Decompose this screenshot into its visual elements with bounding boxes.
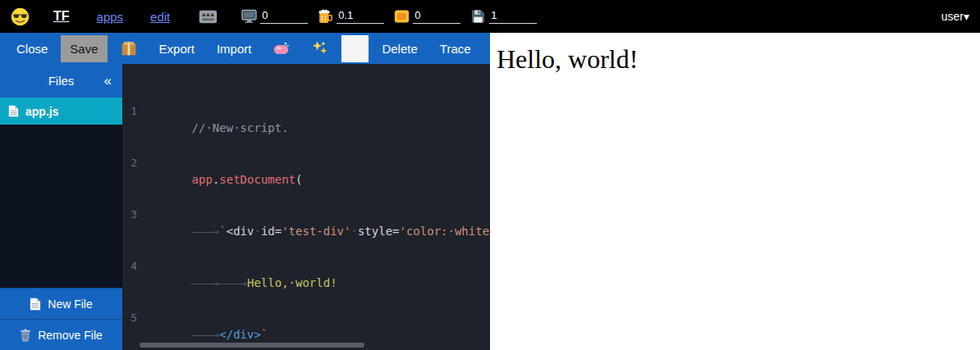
storage-value-input[interactable]: [489, 9, 537, 24]
package-button[interactable]: [112, 35, 146, 62]
whitespace-tab: ———→: [219, 276, 247, 289]
new-file-label: New File: [48, 298, 92, 311]
horizontal-scrollbar[interactable]: [140, 343, 364, 348]
code-text: ———→———→Hello,·world!: [147, 257, 337, 275]
code-editor[interactable]: 1 //·New·script. 2 app.setDocument( 3 ——…: [122, 64, 490, 350]
coin-value-input[interactable]: [413, 9, 460, 24]
new-file-button[interactable]: New File: [0, 288, 122, 319]
storage-meter: [470, 9, 537, 24]
beer-value-input[interactable]: [337, 9, 384, 24]
whitespace-tab: ———→: [192, 225, 220, 238]
nav-link-apps[interactable]: apps: [97, 10, 124, 24]
code-token: 'color:·white;·f: [400, 225, 491, 238]
floppy-icon: [470, 9, 486, 24]
close-button[interactable]: Close: [7, 35, 57, 62]
package-icon: [121, 40, 137, 57]
code-line-5[interactable]: 5 ———→</div>`: [122, 309, 490, 326]
collapse-panel-button[interactable]: «: [104, 73, 112, 89]
beer-meter: [318, 9, 384, 24]
code-token: `: [261, 328, 268, 341]
sparkles-icon: [312, 40, 328, 57]
remove-file-label: Remove File: [38, 329, 103, 342]
blank-button[interactable]: [341, 35, 369, 62]
remove-file-button[interactable]: Remove File: [0, 319, 122, 350]
code-line-2[interactable]: 2 app.setDocument(: [122, 154, 490, 171]
brand-link[interactable]: TF: [53, 9, 70, 24]
code-token: 'test-div': [282, 225, 350, 238]
code-text: //·New·script.: [147, 102, 289, 120]
code-token: </div>: [219, 328, 261, 341]
export-button[interactable]: Export: [150, 35, 204, 62]
sparkles-button[interactable]: [303, 35, 337, 62]
code-token: setDocument: [219, 173, 295, 186]
code-line-4[interactable]: 4 ———→———→Hello,·world!: [122, 257, 490, 275]
line-number: 3: [122, 206, 147, 223]
code-text: app.setDocument(: [147, 154, 302, 171]
app-preview: Hello, world!: [490, 33, 980, 350]
file-actions: New File Remove File: [0, 288, 122, 350]
whitespace-dot: ·: [254, 225, 260, 238]
new-file-icon: [30, 298, 41, 311]
coin-icon: [394, 9, 410, 24]
code-text: ———→</div>`: [147, 309, 268, 326]
code-token: app: [192, 173, 213, 186]
code-token: (: [295, 173, 302, 186]
editor-toolbar: Close Save Export Import Delete Trace: [0, 33, 490, 64]
topbar: TF apps edit: [0, 0, 980, 33]
coin-meter: [394, 9, 460, 24]
monitor-value-input[interactable]: [260, 9, 308, 24]
console-icon[interactable]: [199, 9, 218, 25]
code-line-1[interactable]: 1 //·New·script.: [122, 102, 490, 120]
soap-button[interactable]: [264, 35, 299, 62]
files-header: Files «: [0, 64, 122, 98]
code-token: Hello,·world!: [247, 276, 337, 289]
file-name: app.js: [25, 105, 58, 118]
code-text: ———→`<div·id='test-div'·style='color:·wh…: [147, 206, 490, 223]
user-menu[interactable]: user▾: [941, 10, 969, 23]
files-panel: Files « app.js New Fi: [0, 64, 122, 350]
line-number: 4: [122, 257, 147, 275]
beer-icon: [318, 9, 333, 24]
monitor-icon: [241, 9, 257, 24]
line-number: 5: [122, 309, 147, 326]
sunglasses-face-icon[interactable]: [11, 7, 30, 26]
code-token: //·New·script.: [192, 121, 289, 134]
trace-button[interactable]: Trace: [431, 35, 480, 62]
soap-icon: [273, 40, 290, 57]
code-token: `: [219, 225, 226, 238]
monitor-meter: [241, 9, 308, 24]
files-title: Files: [48, 74, 75, 88]
whitespace-tab: ———→: [192, 276, 220, 289]
delete-button[interactable]: Delete: [373, 35, 426, 62]
code-line-3[interactable]: 3 ———→`<div·id='test-div'·style='color:·…: [122, 206, 490, 223]
line-number: 2: [122, 154, 147, 171]
nav-link-edit[interactable]: edit: [150, 10, 170, 24]
line-number: 1: [122, 102, 147, 120]
preview-heading: Hello, world!: [497, 44, 980, 75]
whitespace-dot: ·: [350, 225, 357, 238]
code-token: style=: [358, 225, 400, 238]
file-icon: [8, 105, 19, 117]
whitespace-tab: ———→: [192, 328, 220, 341]
import-button[interactable]: Import: [208, 35, 261, 62]
save-button[interactable]: Save: [61, 35, 107, 62]
trash-icon: [20, 329, 31, 342]
code-token: <div: [227, 225, 254, 238]
code-token: id=: [261, 225, 282, 238]
file-item-appjs[interactable]: app.js: [0, 98, 122, 125]
